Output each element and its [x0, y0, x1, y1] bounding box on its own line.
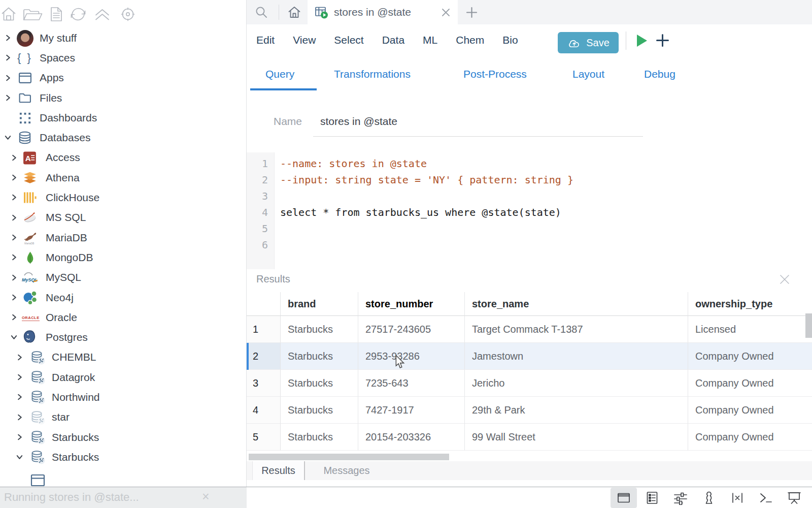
sidebar-item-my-stuff[interactable]: My stuff [0, 28, 246, 48]
settings-sliders-icon[interactable] [673, 489, 688, 507]
row-number-header[interactable] [247, 292, 281, 316]
sidebar-item-datagrok[interactable]: Datagrok [0, 367, 246, 387]
sidebar-item-chembl[interactable]: CHEMBL [0, 347, 246, 367]
chevron-right-icon[interactable] [16, 354, 23, 361]
status-icons [617, 487, 801, 508]
column-header-store-number[interactable]: store_number [358, 292, 464, 316]
target-icon[interactable] [117, 6, 139, 22]
menu-chem[interactable]: Chem [456, 34, 484, 46]
name-input[interactable]: stores in @state [320, 115, 397, 128]
table-row[interactable]: 5 Starbucks 20154-203326 99 Wall Street … [247, 424, 812, 451]
sidebar-item-apps[interactable]: Apps [0, 68, 246, 88]
column-header-brand[interactable]: brand [281, 292, 358, 316]
home-icon[interactable] [287, 5, 301, 19]
tab-layout[interactable]: Layout [572, 68, 604, 80]
tab-query[interactable]: Query [265, 68, 294, 80]
assistant-icon[interactable] [701, 489, 716, 507]
sidebar-item-mysql[interactable]: MySQL MySQL [0, 268, 246, 288]
chevron-right-icon[interactable] [10, 194, 18, 201]
chevron-right-icon[interactable] [10, 253, 18, 261]
horizontal-scrollbar-thumb[interactable] [249, 454, 449, 460]
save-button[interactable]: Save [558, 32, 619, 53]
chevron-right-icon[interactable] [16, 433, 23, 441]
sidebar-item-dashboards[interactable]: Dashboards [0, 108, 246, 128]
sync-icon[interactable] [69, 6, 87, 22]
home-icon[interactable] [1, 6, 16, 22]
chevron-down-icon[interactable] [10, 333, 18, 341]
open-folder-icon[interactable] [22, 6, 44, 22]
sidebar-toolbar [0, 0, 246, 24]
tab-results[interactable]: Results [252, 461, 305, 480]
chevron-right-icon[interactable] [16, 373, 23, 381]
chevron-down-icon[interactable] [4, 134, 12, 141]
document-tabstrip: stores in @state [247, 0, 812, 24]
menu-view[interactable]: View [293, 34, 316, 46]
grid-view-icon[interactable] [611, 488, 637, 508]
table-row-selected[interactable]: 2 Starbucks 2953-93286 Jamestown Company… [247, 343, 812, 370]
run-button[interactable] [634, 33, 650, 48]
console-icon[interactable] [758, 489, 773, 507]
tab-post-process[interactable]: Post-Process [463, 68, 527, 80]
search-icon[interactable] [255, 6, 268, 19]
sidebar-item-athena[interactable]: Athena [0, 168, 246, 187]
sidebar-item-mssql[interactable]: MS SQL [0, 208, 246, 228]
close-icon[interactable] [441, 8, 451, 17]
menu-ml[interactable]: ML [423, 34, 437, 46]
form-view-icon[interactable] [645, 489, 659, 507]
sidebar-item-files[interactable]: Files [0, 88, 246, 108]
sidebar-item-star[interactable]: star [0, 407, 246, 427]
column-header-ownership-type[interactable]: ownership_type [688, 292, 812, 316]
sidebar-item-mongodb[interactable]: MongoDB [0, 247, 246, 267]
document-icon[interactable] [50, 6, 63, 22]
chevron-right-icon[interactable] [10, 174, 18, 181]
sql-editor[interactable]: 1--name: stores in @state 2--input: stri… [247, 152, 812, 269]
presentation-icon[interactable] [787, 489, 801, 507]
chevron-right-icon[interactable] [10, 214, 18, 221]
chevron-right-icon[interactable] [10, 234, 18, 241]
sidebar-item-clickhouse[interactable]: ClickHouse [0, 187, 246, 207]
chevron-right-icon[interactable] [4, 74, 12, 82]
table-row[interactable]: 4 Starbucks 7427-1917 29th & Park Compan… [247, 397, 812, 424]
variables-icon[interactable] [730, 489, 745, 507]
line-number: 4 [247, 204, 268, 220]
chevron-right-icon[interactable] [4, 94, 12, 102]
chevron-right-icon[interactable] [10, 313, 18, 321]
sidebar-item-starbucks[interactable]: Starbucks [0, 427, 246, 447]
close-icon[interactable] [779, 273, 791, 285]
chevron-right-icon[interactable] [4, 34, 12, 42]
sidebar-item-northwind[interactable]: Northwind [0, 387, 246, 407]
tab-debug[interactable]: Debug [644, 68, 675, 80]
table-row[interactable]: 1 Starbucks 27517-243605 Target Commack … [247, 316, 812, 343]
code-line: --name: stores in @state [280, 155, 427, 172]
double-chevron-up-icon[interactable] [93, 6, 111, 22]
chevron-right-icon[interactable] [10, 274, 18, 281]
sidebar-item-partial[interactable] [0, 467, 246, 487]
chevron-right-icon[interactable] [16, 414, 23, 421]
sidebar-item-postgres[interactable]: Postgres [0, 327, 246, 347]
chevron-right-icon[interactable] [10, 294, 18, 301]
menu-select[interactable]: Select [334, 34, 363, 46]
chevron-down-icon[interactable] [16, 453, 23, 461]
chevron-right-icon[interactable] [10, 154, 18, 162]
chevron-right-icon[interactable] [4, 54, 12, 61]
menu-bio[interactable]: Bio [502, 34, 518, 46]
chevron-right-icon[interactable] [16, 393, 23, 401]
sidebar-item-spaces[interactable]: { } Spaces [0, 48, 246, 68]
tab-stores-in-state[interactable]: stores in @state [308, 0, 458, 24]
menu-edit[interactable]: Edit [256, 34, 275, 46]
sidebar-item-starbucks-expanded[interactable]: Starbucks [0, 447, 246, 467]
table-row[interactable]: 3 Starbucks 7235-643 Jericho Company Own… [247, 370, 812, 397]
menu-data[interactable]: Data [382, 34, 404, 46]
add-icon[interactable] [656, 34, 669, 47]
new-tab-icon[interactable] [466, 7, 478, 18]
sidebar-item-neo4j[interactable]: Neo4j [0, 288, 246, 307]
sidebar-item-mariadb[interactable]: MariaDB MariaDB [0, 228, 246, 247]
column-header-store-name[interactable]: store_name [464, 292, 688, 316]
sidebar-item-access[interactable]: A Access [0, 148, 246, 168]
cancel-icon[interactable]: × [202, 489, 210, 504]
sidebar-item-oracle[interactable]: ORACLE Oracle [0, 307, 246, 327]
sidebar-item-databases[interactable]: Databases [0, 128, 246, 147]
tab-messages[interactable]: Messages [314, 461, 380, 480]
vertical-scrollbar-thumb[interactable] [805, 313, 812, 338]
tab-transformations[interactable]: Transformations [334, 68, 411, 80]
